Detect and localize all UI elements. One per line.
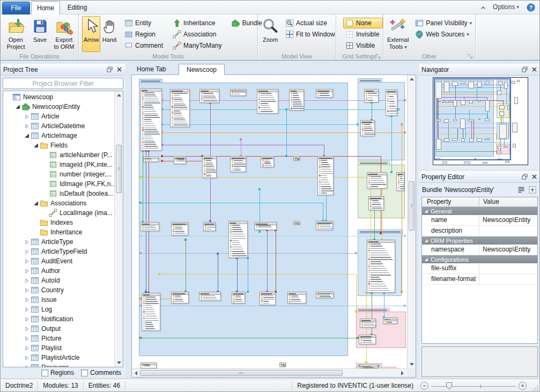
- scroll-down-icon[interactable]: [408, 360, 416, 368]
- zoom-slider-track[interactable]: [431, 382, 516, 390]
- scrollbar-thumb[interactable]: [116, 145, 122, 193]
- close-panel-icon[interactable]: [530, 66, 538, 73]
- float-panel-icon[interactable]: [521, 66, 528, 73]
- dialog-launcher-icon[interactable]: [468, 53, 474, 59]
- zoom-slider-thumb[interactable]: [446, 382, 452, 390]
- entity-box[interactable]: [367, 172, 387, 189]
- entity-box[interactable]: [289, 89, 304, 110]
- ribbon-button-entity[interactable]: Entity: [122, 18, 167, 28]
- tree-item-log[interactable]: Log: [3, 305, 114, 314]
- ribbon-button-web-sources[interactable]: Web Sources▾: [413, 29, 476, 40]
- entity-box[interactable]: [293, 156, 300, 160]
- tree-item-auditevent[interactable]: AuditEvent: [3, 256, 114, 266]
- tree-item-localimage-ima[interactable]: LocalImage (ima...: [3, 208, 114, 218]
- scroll-right-icon[interactable]: [398, 369, 406, 377]
- ribbon-button-manytomany[interactable]: ManyToMany: [171, 40, 225, 51]
- property-row-file-suffix[interactable]: file-suffix: [422, 263, 537, 274]
- tree-item-issue[interactable]: Issue: [3, 295, 114, 305]
- scrollbar-thumb[interactable]: [140, 370, 343, 376]
- ribbon-button-hand[interactable]: Hand: [100, 16, 119, 52]
- tree-item-newscoop-entity[interactable]: Newscoop\Entity: [3, 102, 114, 112]
- entity-box[interactable]: [228, 221, 248, 258]
- tab-home[interactable]: Home: [31, 1, 60, 14]
- entity-box[interactable]: [202, 156, 217, 178]
- entity-box[interactable]: [171, 222, 188, 235]
- regions-checkbox[interactable]: Regions: [41, 369, 74, 376]
- expander-icon[interactable]: [24, 336, 31, 341]
- entity-box[interactable]: [174, 156, 186, 164]
- entity-box[interactable]: [364, 89, 379, 102]
- entity-box[interactable]: [316, 292, 334, 298]
- tree-item-articledatetime[interactable]: ArticleDatetime: [3, 121, 114, 131]
- expander-icon[interactable]: [24, 346, 31, 351]
- entity-box[interactable]: [199, 292, 221, 301]
- expander-icon[interactable]: [24, 307, 31, 312]
- entity-box[interactable]: [359, 335, 376, 344]
- entity-box[interactable]: [367, 240, 395, 293]
- column-property[interactable]: Property: [422, 197, 479, 206]
- entity-box[interactable]: [260, 292, 276, 305]
- entity-box[interactable]: [383, 317, 397, 324]
- zoom-out-button[interactable]: −: [420, 382, 428, 390]
- property-row-name[interactable]: nameNewscoop\Entity: [422, 215, 537, 226]
- entity-box[interactable]: [170, 89, 190, 127]
- expander-icon[interactable]: [14, 105, 21, 109]
- expander-icon[interactable]: [24, 317, 31, 322]
- ribbon-button-actual-size[interactable]: Actual size: [283, 18, 339, 28]
- entity-box[interactable]: [230, 89, 246, 96]
- options-button[interactable]: Options▾: [493, 3, 519, 11]
- entity-box[interactable]: [360, 365, 378, 368]
- entity-box[interactable]: [287, 292, 306, 304]
- ribbon-button-inheritance[interactable]: Inheritance: [171, 18, 225, 28]
- entity-box[interactable]: [261, 156, 274, 167]
- canvas-vertical-scrollbar[interactable]: [407, 75, 416, 368]
- diagram-canvas[interactable]: [132, 75, 407, 368]
- expander-icon[interactable]: [33, 143, 40, 148]
- navigator-minimap[interactable]: [433, 77, 528, 165]
- tree-item-newscoop[interactable]: Newscoop: [3, 92, 114, 102]
- expander-icon[interactable]: [24, 269, 31, 273]
- ribbon-button-open-project[interactable]: OpenProject: [4, 16, 28, 52]
- ribbon-button-visible[interactable]: Visible: [343, 40, 383, 51]
- property-list-view-icon[interactable]: [516, 186, 526, 195]
- expander-icon[interactable]: [24, 249, 31, 254]
- tree-item-idimage-pk-fk-n[interactable]: IdImage (PK,FK,n...: [3, 179, 114, 189]
- resize-grip[interactable]: [531, 384, 538, 391]
- entity-box[interactable]: [360, 120, 375, 136]
- property-value[interactable]: [479, 263, 537, 273]
- scroll-up-icon[interactable]: [408, 75, 416, 83]
- expander-icon[interactable]: [24, 365, 31, 367]
- property-add-icon[interactable]: [528, 186, 537, 195]
- float-panel-icon[interactable]: [106, 66, 113, 73]
- entity-box[interactable]: [232, 292, 245, 304]
- expander-icon[interactable]: [24, 298, 31, 302]
- ribbon-button-zoom[interactable]: Zoom: [261, 16, 279, 52]
- close-panel-icon[interactable]: [115, 66, 123, 73]
- canvas-horizontal-scrollbar[interactable]: [132, 368, 407, 377]
- entity-box[interactable]: [316, 89, 333, 98]
- tree-item-articlenumber-p[interactable]: articleNumber (P...: [3, 150, 114, 160]
- entity-box[interactable]: [316, 221, 333, 230]
- doc-tab-newscoop[interactable]: Newscoop: [179, 64, 225, 75]
- tree-item-output[interactable]: Output: [3, 324, 114, 334]
- entity-box[interactable]: [368, 196, 384, 210]
- ribbon-button-fit-to-window[interactable]: Fit to Window: [283, 29, 339, 40]
- expander-icon[interactable]: [24, 124, 31, 129]
- float-panel-icon[interactable]: [521, 174, 528, 180]
- property-value[interactable]: Newscoop\Entity: [479, 215, 537, 225]
- entity-box[interactable]: [396, 172, 404, 191]
- ribbon-button-comment[interactable]: Comment: [122, 40, 167, 51]
- tree-item-playlistarticle[interactable]: PlaylistArticle: [3, 353, 114, 363]
- property-group-orm-properties[interactable]: ORM Properties: [422, 236, 537, 245]
- scroll-down-icon[interactable]: [115, 359, 123, 367]
- entity-box[interactable]: [279, 363, 286, 367]
- property-group-configurations[interactable]: Configurations: [422, 255, 537, 263]
- property-row-description[interactable]: description: [422, 226, 537, 236]
- zoom-in-button[interactable]: +: [519, 382, 527, 390]
- doc-tab-home[interactable]: Home Tab: [129, 64, 173, 75]
- tree-item-article[interactable]: Article: [3, 112, 114, 121]
- tree-item-resource[interactable]: Resource: [3, 363, 114, 367]
- property-value[interactable]: Newscoop\Entity: [479, 245, 537, 255]
- entity-box[interactable]: [230, 156, 246, 172]
- entity-box[interactable]: [360, 319, 376, 328]
